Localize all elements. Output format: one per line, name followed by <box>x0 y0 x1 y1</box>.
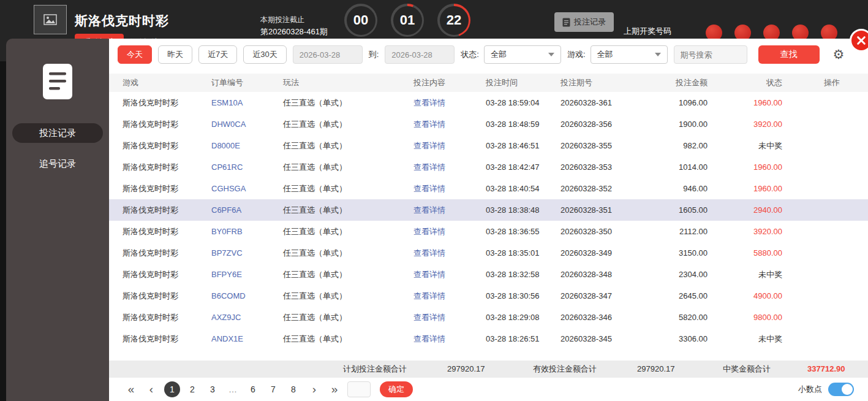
cell-bet-period: 20260328-356 <box>560 113 646 135</box>
period-search-input[interactable] <box>674 45 747 64</box>
order-number-link[interactable]: B6COMD <box>211 285 283 307</box>
cell-play-type: 任三直选（单式） <box>283 113 413 135</box>
view-details-link[interactable]: 查看详情 <box>413 135 486 156</box>
game-select[interactable]: 全部 <box>591 45 668 64</box>
col-game: 游戏 <box>123 74 211 92</box>
cell-bet-period: 20260328-349 <box>560 242 646 264</box>
order-number-link[interactable]: BY0FRB <box>211 221 283 242</box>
sidebar-item[interactable]: 追号记录 <box>12 154 103 174</box>
cell-status: 2940.00 <box>708 199 782 221</box>
last-page-button[interactable]: » <box>327 382 342 397</box>
order-number-link[interactable]: DHW0CA <box>211 113 283 135</box>
sidebar-item[interactable]: 投注记录 <box>12 123 103 143</box>
cell-bet-period: 20260328-348 <box>560 264 646 285</box>
page-number[interactable]: 7 <box>265 381 281 397</box>
page-number[interactable]: 2 <box>184 381 200 397</box>
cell-bet-time: 03-28 18:59:04 <box>486 92 560 113</box>
countdown: 000122 <box>344 4 470 37</box>
next-page-button[interactable]: › <box>307 382 322 397</box>
countdown-ring: 00 <box>344 4 377 37</box>
cell-action <box>782 178 856 199</box>
cell-bet-amount: 2645.00 <box>646 285 708 307</box>
filter-yesterday-button[interactable]: 昨天 <box>158 45 192 64</box>
order-number-link[interactable]: C6PF6A <box>211 199 283 221</box>
filter-today-button[interactable]: 今天 <box>118 45 152 64</box>
cell-status: 1960.00 <box>708 156 782 178</box>
table-header: 游戏 订单编号 玩法 投注内容 投注时间 投注期号 投注金额 状态 操作 <box>109 74 868 92</box>
page-number[interactable]: 3 <box>205 381 221 397</box>
order-number-link[interactable]: AXZ9JC <box>211 307 283 328</box>
cell-bet-period: 20260328-355 <box>560 135 646 156</box>
page-number[interactable]: 8 <box>285 381 301 397</box>
cell-bet-period: 20260328-352 <box>560 178 646 199</box>
order-number-link[interactable]: ANDX1E <box>211 328 283 349</box>
filter-bar: 今天 昨天 近7天 近30天 到: 状态: 全部 游戏: 全部 查找 ⚙ <box>109 39 868 69</box>
search-button[interactable]: 查找 <box>758 45 820 64</box>
site-logo <box>34 5 67 34</box>
date-from-input[interactable] <box>293 45 363 64</box>
cell-status: 未中奖 <box>708 264 782 285</box>
gear-icon[interactable]: ⚙ <box>833 45 845 64</box>
order-number-link[interactable]: BFPY6E <box>211 264 283 285</box>
goto-page-input[interactable] <box>347 381 371 397</box>
cell-bet-time: 03-28 18:30:56 <box>486 285 560 307</box>
view-details-link[interactable]: 查看详情 <box>413 221 486 242</box>
page-number[interactable]: 1 <box>164 381 180 397</box>
close-button[interactable] <box>850 29 868 52</box>
cell-bet-time: 03-28 18:29:08 <box>486 307 560 328</box>
view-details-link[interactable]: 查看详情 <box>413 199 486 221</box>
cell-play-type: 任三直选（单式） <box>283 221 413 242</box>
bet-records-button[interactable]: 投注记录 <box>554 12 614 32</box>
records-doc-icon <box>6 63 109 100</box>
decimal-toggle[interactable] <box>828 383 854 396</box>
cell-bet-period: 20260328-350 <box>560 221 646 242</box>
table-row: 斯洛伐克时时彩 AXZ9JC 任三直选（单式） 查看详情 03-28 18:29… <box>109 307 868 328</box>
cell-game: 斯洛伐克时时彩 <box>123 135 211 156</box>
cell-action <box>782 328 856 349</box>
prev-page-button[interactable]: ‹ <box>144 382 159 397</box>
order-number-link[interactable]: D8000E <box>211 135 283 156</box>
order-number-link[interactable]: CP61RC <box>211 156 283 178</box>
filter-30days-button[interactable]: 近30天 <box>243 45 286 64</box>
filter-7days-button[interactable]: 近7天 <box>198 45 237 64</box>
valid-total-label: 有效投注金额合计 <box>533 361 597 378</box>
countdown-ring: 22 <box>437 4 470 37</box>
modal-content: 今天 昨天 近7天 近30天 到: 状态: 全部 游戏: 全部 查找 ⚙ 游戏 … <box>109 39 868 401</box>
cell-bet-period: 20260328-345 <box>560 328 646 349</box>
cell-bet-time: 03-28 18:32:58 <box>486 264 560 285</box>
cell-game: 斯洛伐克时时彩 <box>123 199 211 221</box>
view-details-link[interactable]: 查看详情 <box>413 113 486 135</box>
order-number-link[interactable]: CGHSGA <box>211 178 283 199</box>
page-number[interactable]: 6 <box>245 381 261 397</box>
cell-play-type: 任三直选（单式） <box>283 307 413 328</box>
bet-records-label: 投注记录 <box>574 17 606 28</box>
cell-action <box>782 156 856 178</box>
date-to-input[interactable] <box>385 45 455 64</box>
view-details-link[interactable]: 查看详情 <box>413 242 486 264</box>
view-details-link[interactable]: 查看详情 <box>413 264 486 285</box>
plan-total-value: 297920.17 <box>447 361 485 378</box>
table-row: 斯洛伐克时时彩 BY0FRB 任三直选（单式） 查看详情 03-28 18:36… <box>109 221 868 242</box>
order-number-link[interactable]: BP7ZVC <box>211 242 283 264</box>
confirm-page-button[interactable]: 确定 <box>380 381 413 397</box>
view-details-link[interactable]: 查看详情 <box>413 92 486 113</box>
cell-bet-period: 20260328-347 <box>560 285 646 307</box>
cell-bet-period: 20260328-346 <box>560 307 646 328</box>
col-time: 投注时间 <box>486 74 560 92</box>
order-number-link[interactable]: ESM10A <box>211 92 283 113</box>
summary-bar: 计划投注金额合计 297920.17 有效投注金额合计 297920.17 中奖… <box>109 361 868 378</box>
view-details-link[interactable]: 查看详情 <box>413 178 486 199</box>
view-details-link[interactable]: 查看详情 <box>413 328 486 349</box>
cell-play-type: 任三直选（单式） <box>283 285 413 307</box>
table-row: 斯洛伐克时时彩 BFPY6E 任三直选（单式） 查看详情 03-28 18:32… <box>109 264 868 285</box>
status-select[interactable]: 全部 <box>484 45 561 64</box>
table-row: 斯洛伐克时时彩 ANDX1E 任三直选（单式） 查看详情 03-28 18:26… <box>109 328 868 349</box>
first-page-button[interactable]: « <box>124 382 138 397</box>
cell-status: 1960.00 <box>708 92 782 113</box>
view-details-link[interactable]: 查看详情 <box>413 307 486 328</box>
view-details-link[interactable]: 查看详情 <box>413 156 486 178</box>
pagination-bar: « ‹ 123…678 › » 确定 小数点 <box>109 378 868 401</box>
view-details-link[interactable]: 查看详情 <box>413 285 486 307</box>
valid-total-value: 297920.17 <box>637 361 674 378</box>
chevron-down-icon <box>548 53 554 56</box>
